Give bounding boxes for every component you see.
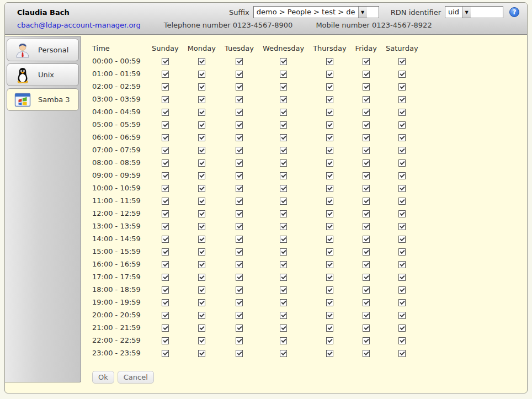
hour-checkbox[interactable] <box>398 147 406 154</box>
hour-checkbox[interactable] <box>326 96 333 103</box>
hour-checkbox[interactable] <box>398 324 406 332</box>
hour-checkbox[interactable] <box>236 236 243 243</box>
hour-checkbox[interactable] <box>198 147 205 154</box>
hour-checkbox[interactable] <box>326 147 333 154</box>
hour-checkbox[interactable] <box>198 286 205 294</box>
hour-checkbox[interactable] <box>162 274 169 281</box>
hour-checkbox[interactable] <box>280 350 287 357</box>
hour-checkbox[interactable] <box>280 159 287 167</box>
hour-checkbox[interactable] <box>198 96 205 103</box>
hour-checkbox[interactable] <box>162 223 169 230</box>
hour-checkbox[interactable] <box>236 299 243 306</box>
hour-checkbox[interactable] <box>398 223 406 230</box>
hour-checkbox[interactable] <box>236 71 243 78</box>
hour-checkbox[interactable] <box>398 274 406 281</box>
hour-checkbox[interactable] <box>326 223 333 230</box>
hour-checkbox[interactable] <box>162 337 169 344</box>
hour-checkbox[interactable] <box>280 172 287 179</box>
hour-checkbox[interactable] <box>326 236 333 243</box>
hour-checkbox[interactable] <box>280 198 287 205</box>
hour-checkbox[interactable] <box>162 109 169 116</box>
hour-checkbox[interactable] <box>280 134 287 141</box>
hour-checkbox[interactable] <box>363 147 370 154</box>
hour-checkbox[interactable] <box>198 172 205 179</box>
hour-checkbox[interactable] <box>236 350 243 357</box>
hour-checkbox[interactable] <box>162 261 169 268</box>
hour-checkbox[interactable] <box>363 172 370 179</box>
hour-checkbox[interactable] <box>398 236 406 243</box>
hour-checkbox[interactable] <box>363 261 370 268</box>
hour-checkbox[interactable] <box>280 248 287 256</box>
hour-checkbox[interactable] <box>236 337 243 344</box>
hour-checkbox[interactable] <box>162 236 169 243</box>
hour-checkbox[interactable] <box>198 58 205 65</box>
hour-checkbox[interactable] <box>363 248 370 256</box>
hour-checkbox[interactable] <box>236 312 243 319</box>
hour-checkbox[interactable] <box>236 121 243 129</box>
hour-checkbox[interactable] <box>198 210 205 217</box>
hour-checkbox[interactable] <box>280 274 287 281</box>
hour-checkbox[interactable] <box>363 299 370 306</box>
hour-checkbox[interactable] <box>363 96 370 103</box>
hour-checkbox[interactable] <box>280 83 287 91</box>
hour-checkbox[interactable] <box>363 324 370 332</box>
hour-checkbox[interactable] <box>162 210 169 217</box>
hour-checkbox[interactable] <box>398 350 406 357</box>
rdn-identifier-select[interactable]: uid ▼ <box>445 6 503 18</box>
hour-checkbox[interactable] <box>326 350 333 357</box>
hour-checkbox[interactable] <box>236 223 243 230</box>
hour-checkbox[interactable] <box>326 185 333 192</box>
tab-personal[interactable]: Personal <box>7 39 79 61</box>
hour-checkbox[interactable] <box>162 147 169 154</box>
hour-checkbox[interactable] <box>280 261 287 268</box>
chevron-down-icon[interactable]: ▼ <box>358 7 367 18</box>
hour-checkbox[interactable] <box>280 337 287 344</box>
hour-checkbox[interactable] <box>198 159 205 167</box>
hour-checkbox[interactable] <box>280 58 287 65</box>
hour-checkbox[interactable] <box>398 286 406 294</box>
hour-checkbox[interactable] <box>326 58 333 65</box>
hour-checkbox[interactable] <box>236 248 243 256</box>
hour-checkbox[interactable] <box>198 121 205 129</box>
hour-checkbox[interactable] <box>363 71 370 78</box>
hour-checkbox[interactable] <box>398 172 406 179</box>
hour-checkbox[interactable] <box>326 286 333 294</box>
hour-checkbox[interactable] <box>398 185 406 192</box>
hour-checkbox[interactable] <box>162 350 169 357</box>
hour-checkbox[interactable] <box>198 261 205 268</box>
hour-checkbox[interactable] <box>398 58 406 65</box>
hour-checkbox[interactable] <box>162 83 169 91</box>
hour-checkbox[interactable] <box>280 223 287 230</box>
hour-checkbox[interactable] <box>198 248 205 256</box>
hour-checkbox[interactable] <box>363 58 370 65</box>
hour-checkbox[interactable] <box>236 198 243 205</box>
hour-checkbox[interactable] <box>363 312 370 319</box>
hour-checkbox[interactable] <box>162 96 169 103</box>
hour-checkbox[interactable] <box>162 248 169 256</box>
hour-checkbox[interactable] <box>162 121 169 129</box>
hour-checkbox[interactable] <box>398 312 406 319</box>
hour-checkbox[interactable] <box>363 350 370 357</box>
hour-checkbox[interactable] <box>162 71 169 78</box>
hour-checkbox[interactable] <box>236 185 243 192</box>
hour-checkbox[interactable] <box>280 109 287 116</box>
hour-checkbox[interactable] <box>198 134 205 141</box>
hour-checkbox[interactable] <box>326 210 333 217</box>
hour-checkbox[interactable] <box>326 121 333 129</box>
suffix-select[interactable]: demo > People > test > de ▼ <box>253 6 379 18</box>
hour-checkbox[interactable] <box>198 223 205 230</box>
hour-checkbox[interactable] <box>398 71 406 78</box>
hour-checkbox[interactable] <box>162 324 169 332</box>
hour-checkbox[interactable] <box>162 58 169 65</box>
hour-checkbox[interactable] <box>398 198 406 205</box>
hour-checkbox[interactable] <box>398 337 406 344</box>
hour-checkbox[interactable] <box>363 159 370 167</box>
email-link[interactable]: cbach@ldap-account-manager.org <box>17 21 141 29</box>
hour-checkbox[interactable] <box>280 71 287 78</box>
hour-checkbox[interactable] <box>363 286 370 294</box>
hour-checkbox[interactable] <box>398 261 406 268</box>
hour-checkbox[interactable] <box>198 185 205 192</box>
hour-checkbox[interactable] <box>236 109 243 116</box>
hour-checkbox[interactable] <box>326 159 333 167</box>
hour-checkbox[interactable] <box>236 147 243 154</box>
